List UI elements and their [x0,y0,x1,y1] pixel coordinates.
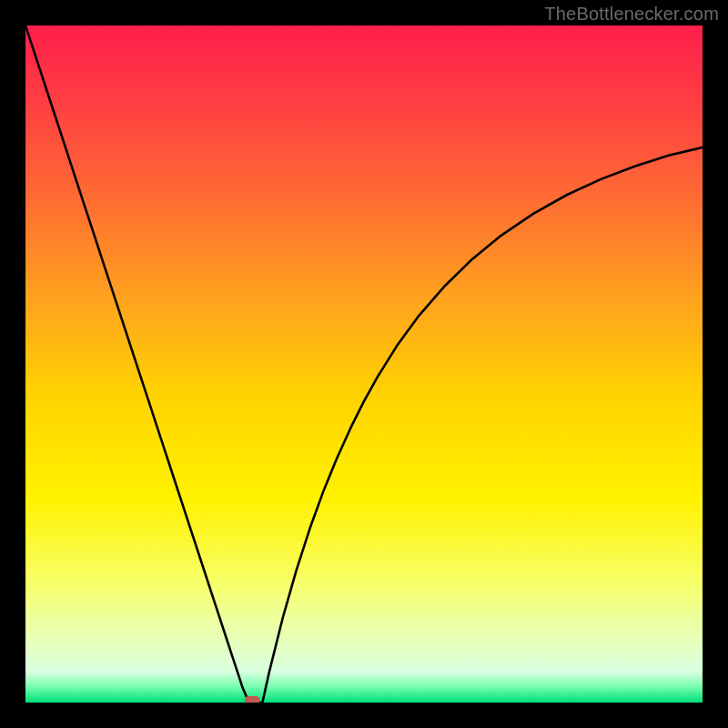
watermark-text: TheBottlenecker.com [544,4,719,25]
optimal-marker [245,696,259,703]
chart-frame: TheBottlenecker.com [0,0,728,728]
chart-svg [25,25,703,703]
chart-background-gradient [25,25,703,703]
chart-plot-area [25,25,703,703]
